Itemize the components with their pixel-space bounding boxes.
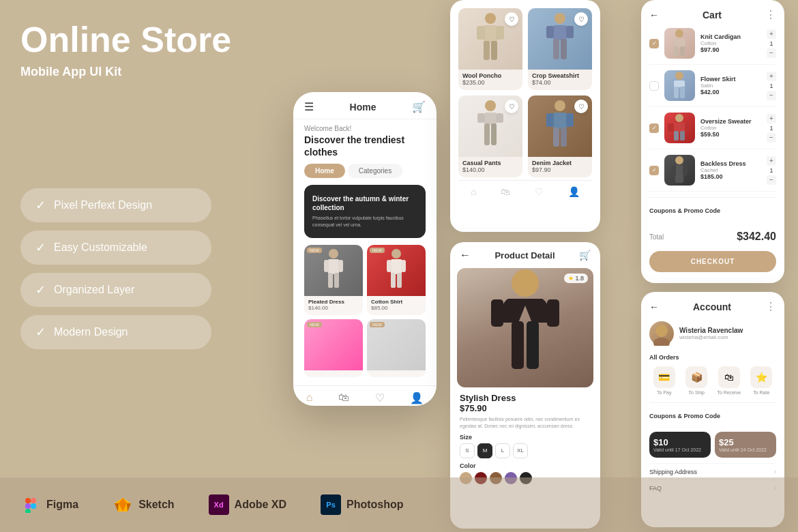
size-s[interactable]: S <box>460 443 475 458</box>
qty-plus-1[interactable]: + <box>767 29 776 39</box>
tab-home[interactable]: Home <box>304 164 345 178</box>
size-xl[interactable]: XL <box>513 443 528 458</box>
prod-card-pants[interactable]: ♡ Casual Pants $140.00 <box>458 95 522 177</box>
tool-figma: Figma <box>20 494 78 515</box>
cart-icon[interactable]: 🛒 <box>412 100 426 113</box>
grid-user-icon[interactable]: 👤 <box>568 186 580 197</box>
order-to-ship[interactable]: 📦 To Ship <box>682 366 712 396</box>
cart-item-info-2: Flower Skirt Satin $42.00 <box>700 76 761 95</box>
qty-controls-1: + 1 − <box>767 29 776 58</box>
checkbox-1[interactable]: ✓ <box>649 39 659 48</box>
cart-img-4 <box>664 155 695 186</box>
cart-figure-2 <box>664 70 695 101</box>
svg-rect-31 <box>553 113 567 129</box>
svg-rect-7 <box>391 259 402 274</box>
prod-price-poncho: $235.00 <box>462 79 518 86</box>
coupon-10[interactable]: $10 Valid until 17 Oct 2022 <box>649 432 711 458</box>
back-arrow-cart[interactable]: ← <box>649 10 659 20</box>
svg-rect-27 <box>496 113 503 123</box>
svg-rect-35 <box>561 128 567 147</box>
to-pay-icon: 💳 <box>653 366 675 388</box>
pd-back-arrow[interactable]: ← <box>460 249 471 261</box>
pants-figure <box>473 99 507 153</box>
checkout-button[interactable]: CHECKOUT <box>649 251 776 272</box>
product-card-3[interactable]: NEW <box>304 319 363 377</box>
qty-controls-2: + 1 − <box>767 72 776 100</box>
product-info-3 <box>304 370 363 377</box>
product-card-2[interactable]: NEW Cotton Shirt $85.00 <box>367 245 426 315</box>
svg-rect-61 <box>25 498 31 503</box>
svg-rect-20 <box>546 26 554 38</box>
grid-heart-icon[interactable]: ♡ <box>535 186 544 197</box>
svg-point-50 <box>675 156 683 164</box>
product-price-1: $140.00 <box>308 305 359 311</box>
bag-tab-icon[interactable]: 🛍 <box>338 391 349 404</box>
svg-rect-15 <box>496 26 504 40</box>
phone-screen-title: Home <box>350 102 376 113</box>
cart-item-name-4: Backless Dress <box>700 160 761 167</box>
qty-plus-2[interactable]: + <box>767 72 776 81</box>
coupon-25[interactable]: $25 Valid until 24 Oct 2022 <box>715 432 776 458</box>
cart-item-sub-2: Satin <box>700 83 761 89</box>
acc-more-icon[interactable]: ⋮ <box>765 300 776 313</box>
product-name-2: Cotton Shirt <box>371 299 422 305</box>
qty-minus-1[interactable]: − <box>767 48 776 58</box>
svg-rect-14 <box>477 26 485 40</box>
pd-content: Stylish Dress $75.90 Pellentesque facili… <box>450 387 600 490</box>
heart-denim[interactable]: ♡ <box>574 100 588 113</box>
hamburger-icon[interactable]: ☰ <box>304 100 314 113</box>
profile-tab-icon[interactable]: 👤 <box>410 391 424 404</box>
heart-pants[interactable]: ♡ <box>505 100 518 113</box>
grid-home-icon[interactable]: ⌂ <box>471 186 476 197</box>
qty-minus-4[interactable]: − <box>767 175 776 185</box>
denim-figure <box>543 99 577 153</box>
shipping-chevron: › <box>774 468 776 475</box>
order-to-receive[interactable]: 🛍 To Receive <box>714 366 744 396</box>
cart-item-info-4: Backless Dress Cachet $185.00 <box>700 160 761 180</box>
svg-rect-13 <box>484 25 497 42</box>
svg-rect-58 <box>527 321 539 369</box>
heart-poncho[interactable]: ♡ <box>505 12 518 26</box>
checkbox-3[interactable]: ✓ <box>649 123 659 133</box>
checkbox-2[interactable] <box>649 81 659 91</box>
order-to-pay[interactable]: 💳 To Pay <box>649 366 679 396</box>
product-rating: ★ 1.8 <box>564 274 588 283</box>
prod-name-poncho: Wool Poncho <box>462 72 518 79</box>
cart-img-1 <box>664 28 695 59</box>
svg-rect-41 <box>674 80 685 87</box>
acc-coupon-label: Coupons & Promo Code <box>649 413 720 419</box>
svg-rect-16 <box>484 41 490 60</box>
pd-cart-icon[interactable]: 🛒 <box>579 250 591 261</box>
check-icon-4: ✓ <box>35 325 46 340</box>
acc-back-arrow[interactable]: ← <box>649 301 659 312</box>
qty-minus-3[interactable]: − <box>767 133 776 143</box>
cart-item-price-2: $42.00 <box>700 89 761 95</box>
product-card-1[interactable]: NEW Pleated Dress $140.00 <box>304 245 363 315</box>
product-card-4[interactable]: NEW <box>367 319 426 377</box>
qty-plus-4[interactable]: + <box>767 156 776 166</box>
home-tab-icon[interactable]: ⌂ <box>306 391 313 404</box>
prod-card-sweatshirt[interactable]: ♡ Crop Sweatshirt $74.00 <box>528 8 592 90</box>
banner-desc: Phasellus et tortor vulputate turpis fau… <box>312 215 417 228</box>
grid-bag-icon[interactable]: 🛍 <box>501 186 510 197</box>
order-to-rate[interactable]: ⭐ To Rate <box>747 366 777 396</box>
qty-plus-3[interactable]: + <box>767 114 776 123</box>
qty-minus-2[interactable]: − <box>767 91 776 100</box>
tab-categories[interactable]: Categories <box>348 164 402 178</box>
size-m[interactable]: M <box>477 443 492 458</box>
cart-more-icon[interactable]: ⋮ <box>765 8 776 21</box>
heart-sweatshirt[interactable]: ♡ <box>574 12 588 26</box>
prod-card-denim[interactable]: ♡ Denim Jacket $97.90 <box>528 95 592 177</box>
star-icon: ★ <box>568 275 574 282</box>
qty-controls-3: + 1 − <box>767 114 776 143</box>
products-grid-2: ♡ Wool Poncho $235.00 ♡ Cro <box>458 8 592 177</box>
wishlist-tab-icon[interactable]: ♡ <box>375 391 385 404</box>
prod-card-poncho[interactable]: ♡ Wool Poncho $235.00 <box>458 8 522 90</box>
checkbox-4[interactable]: ✓ <box>649 166 659 175</box>
prod-price-denim: $97.90 <box>532 166 588 173</box>
check-icon-3: ✓ <box>35 282 46 297</box>
size-section: Size S M L XL <box>460 434 591 458</box>
svg-rect-8 <box>387 260 391 272</box>
size-l[interactable]: L <box>495 443 510 458</box>
total-row: Total $342.40 <box>649 226 776 247</box>
